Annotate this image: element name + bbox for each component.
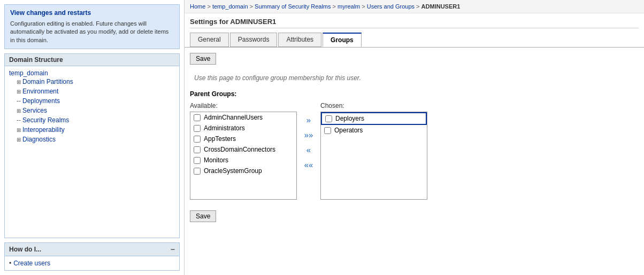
- tabs-row: General Passwords Attributes Groups: [190, 33, 639, 47]
- settings-title: Settings for ADMINUSER1: [190, 18, 639, 28]
- expander-icon: ⊞: [17, 137, 21, 143]
- available-item-label: AdminChannelUsers: [204, 114, 263, 121]
- list-item[interactable]: Operators: [321, 125, 427, 136]
- list-item[interactable]: CrossDomainConnectors: [190, 144, 296, 155]
- breadcrumb-summary[interactable]: Summary of Security Realms: [255, 3, 331, 10]
- settings-section: Settings for ADMINUSER1 General Password…: [185, 13, 644, 47]
- tree-item-label: Security Realms: [22, 116, 69, 124]
- tree-item-deployments[interactable]: -- Deployments: [17, 96, 175, 106]
- how-do-i-item: Create users: [9, 260, 175, 267]
- tree-item-security-realms[interactable]: -- Security Realms: [17, 115, 175, 125]
- left-all-arrow-icon: ««: [304, 160, 313, 169]
- view-changes-desc: Configuration editing is enabled. Future…: [10, 20, 174, 44]
- available-item-label: AppTesters: [204, 135, 236, 143]
- how-do-i-content: Create users: [5, 256, 179, 270]
- parent-groups-section: Parent Groups: Available: AdminChannelUs…: [190, 90, 639, 200]
- list-item[interactable]: AdminChannelUsers: [190, 112, 296, 123]
- how-do-i-box: How do I... − Create users: [4, 242, 180, 271]
- list-item[interactable]: Administrators: [190, 123, 296, 133]
- available-checkbox-5[interactable]: [194, 168, 201, 175]
- how-do-i-title: How do I... −: [5, 243, 179, 256]
- tree-item-environment[interactable]: ⊞ Environment: [17, 87, 175, 96]
- tree-item-label: Diagnostics: [22, 136, 56, 143]
- move-left-all-button[interactable]: ««: [301, 159, 316, 170]
- tree-item-interoperability[interactable]: ⊞ Interoperability: [17, 125, 175, 135]
- available-list-column: Available: AdminChannelUsers Administrat…: [190, 102, 297, 200]
- save-button-bottom[interactable]: Save: [190, 210, 216, 222]
- domain-structure-title: Domain Structure: [5, 54, 179, 66]
- list-item[interactable]: Monitors: [190, 155, 296, 166]
- list-item[interactable]: AppTesters: [190, 133, 296, 144]
- tree-root-link[interactable]: temp_domain: [9, 69, 48, 77]
- list-item[interactable]: Deployers: [321, 112, 427, 125]
- tree-item-domain-partitions[interactable]: ⊞ Domain Partitions: [17, 77, 175, 87]
- available-checkbox-3[interactable]: [194, 146, 201, 153]
- breadcrumb: Home > temp_domain > Summary of Security…: [185, 0, 644, 13]
- tree-item-label: Environment: [22, 88, 58, 95]
- arrow-buttons: » »» « ««: [301, 102, 316, 170]
- parent-groups-label: Parent Groups:: [190, 90, 639, 98]
- tree-item-label: Services: [22, 107, 47, 114]
- domain-tree: temp_domain ⊞ Domain Partitions ⊞ Enviro…: [5, 66, 179, 147]
- tree-item-label: Deployments: [22, 97, 60, 105]
- groups-layout: Available: AdminChannelUsers Administrat…: [190, 102, 639, 200]
- expander-icon: ⊞: [17, 89, 21, 95]
- breadcrumb-temp-domain[interactable]: temp_domain: [212, 3, 248, 10]
- left-single-arrow-icon: «: [306, 145, 311, 154]
- chosen-label: Chosen:: [320, 102, 427, 109]
- breadcrumb-myrealm[interactable]: myrealm: [338, 3, 360, 10]
- chosen-item-label: Deployers: [335, 115, 364, 122]
- tab-passwords[interactable]: Passwords: [230, 33, 278, 47]
- info-text: Use this page to configure group members…: [194, 74, 639, 82]
- tab-attributes[interactable]: Attributes: [278, 33, 321, 47]
- available-label: Available:: [190, 102, 297, 109]
- chosen-listbox[interactable]: Deployers Operators: [320, 112, 427, 200]
- dash-icon: --: [17, 116, 21, 124]
- available-item-label: OracleSystemGroup: [204, 167, 262, 175]
- tree-item-services[interactable]: ⊞ Services: [17, 106, 175, 115]
- view-changes-box: View changes and restarts Configuration …: [4, 4, 180, 49]
- save-button-top[interactable]: Save: [190, 53, 216, 65]
- breadcrumb-users-groups[interactable]: Users and Groups: [367, 3, 415, 10]
- available-checkbox-1[interactable]: [194, 125, 201, 132]
- tree-item-label: Domain Partitions: [22, 78, 73, 85]
- collapse-icon[interactable]: −: [171, 245, 175, 254]
- sidebar: View changes and restarts Configuration …: [0, 0, 185, 275]
- create-users-link[interactable]: Create users: [13, 260, 50, 267]
- chosen-item-label: Operators: [334, 127, 363, 134]
- chosen-checkbox-1[interactable]: [324, 127, 331, 134]
- dash-icon: --: [17, 97, 21, 105]
- tab-groups[interactable]: Groups: [323, 33, 362, 47]
- tab-content-area: Save Use this page to configure group me…: [185, 47, 644, 205]
- available-checkbox-2[interactable]: [194, 136, 201, 143]
- right-all-arrow-icon: »»: [304, 130, 313, 139]
- available-item-label: CrossDomainConnectors: [204, 146, 275, 153]
- move-right-all-button[interactable]: »»: [301, 129, 316, 140]
- available-checkbox-4[interactable]: [194, 157, 201, 164]
- tree-item-diagnostics[interactable]: ⊞ Diagnostics: [17, 135, 175, 144]
- chosen-list-column: Chosen: Deployers Operators: [320, 102, 427, 200]
- list-item[interactable]: OracleSystemGroup: [190, 166, 296, 176]
- breadcrumb-home[interactable]: Home: [190, 3, 205, 10]
- available-item-label: Monitors: [204, 156, 228, 164]
- domain-structure-box: Domain Structure temp_domain ⊞ Domain Pa…: [4, 53, 180, 238]
- view-changes-title[interactable]: View changes and restarts: [10, 9, 174, 17]
- main-content: Home > temp_domain > Summary of Security…: [185, 0, 644, 275]
- move-right-single-button[interactable]: »: [301, 114, 316, 125]
- move-left-single-button[interactable]: «: [301, 144, 316, 155]
- chosen-checkbox-0[interactable]: [325, 115, 332, 122]
- expander-icon: ⊞: [17, 108, 21, 114]
- right-single-arrow-icon: »: [306, 115, 311, 124]
- how-do-i-label: How do I...: [9, 246, 41, 253]
- expander-icon: ⊞: [17, 127, 21, 133]
- expander-icon: ⊞: [17, 79, 21, 85]
- tab-general[interactable]: General: [190, 33, 229, 47]
- breadcrumb-current: ADMINUSER1: [421, 3, 461, 10]
- tree-item-label: Interoperability: [22, 126, 65, 133]
- available-listbox[interactable]: AdminChannelUsers Administrators AppTest…: [190, 112, 297, 200]
- available-checkbox-0[interactable]: [194, 114, 201, 121]
- bottom-save-area: Save: [185, 205, 644, 233]
- available-item-label: Administrators: [204, 124, 245, 132]
